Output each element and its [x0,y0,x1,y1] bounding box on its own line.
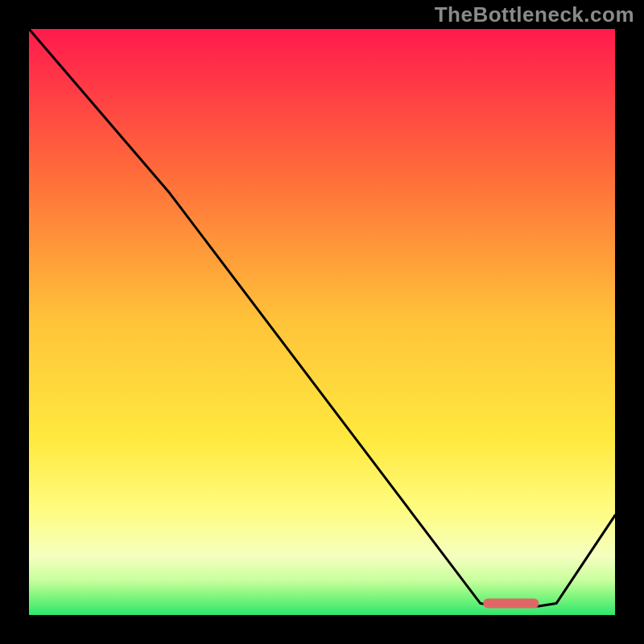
frame [0,0,29,644]
watermark-text: TheBottleneck.com [435,2,634,27]
frame [615,0,644,644]
plot-background [29,29,615,615]
chart-container: TheBottleneck.com [0,0,644,644]
frame [0,615,644,644]
bottleneck-chart [0,0,644,644]
optimal-range-marker [483,598,539,608]
